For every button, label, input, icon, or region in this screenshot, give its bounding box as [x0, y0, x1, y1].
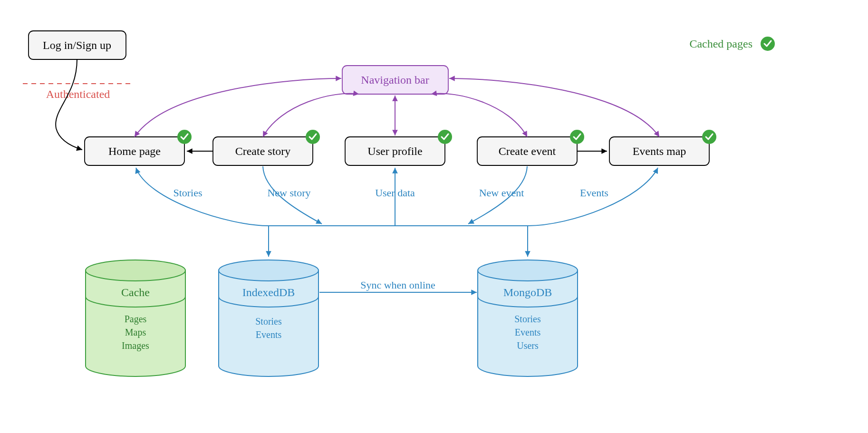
checkmark-icon	[570, 130, 584, 144]
store-indexeddb-item-1: Events	[256, 329, 282, 340]
node-events-map: Events map	[609, 130, 716, 165]
checkmark-icon	[702, 130, 716, 144]
svg-point-9	[478, 260, 578, 281]
checkmark-icon	[438, 130, 452, 144]
edge-sync-label: Sync when online	[360, 279, 435, 291]
store-indexeddb-title: IndexedDB	[242, 286, 295, 298]
edge-nav-home	[135, 78, 341, 137]
store-cache-item-1: Maps	[125, 327, 146, 338]
store-cache-item-0: Pages	[125, 314, 147, 325]
node-user-profile: User profile	[345, 130, 452, 165]
store-cache-title: Cache	[121, 286, 150, 298]
store-indexeddb-item-0: Stories	[255, 316, 282, 327]
edge-login-to-home	[56, 59, 82, 150]
store-mongodb-item-0: Stories	[514, 314, 541, 324]
node-home: Home page	[85, 130, 192, 165]
node-navbar-label: Navigation bar	[361, 74, 429, 86]
node-home-label: Home page	[108, 145, 161, 157]
architecture-diagram: Cached pages Log in/Sign up Authenticate…	[0, 0, 868, 433]
store-cache: Cache Pages Maps Images	[86, 260, 185, 376]
store-mongodb: MongoDB Stories Events Users	[478, 260, 578, 376]
edge-nav-eventsmap	[449, 78, 659, 137]
svg-point-8	[219, 260, 318, 281]
store-mongodb-title: MongoDB	[503, 286, 552, 298]
node-create-story-label: Create story	[235, 145, 291, 157]
edge-label-newstory: New story	[267, 187, 310, 199]
node-user-profile-label: User profile	[367, 145, 422, 157]
store-mongodb-item-2: Users	[517, 340, 539, 351]
node-navbar: Navigation bar	[342, 66, 448, 94]
edge-label-stories: Stories	[173, 187, 202, 199]
legend-label: Cached pages	[689, 38, 752, 50]
edge-label-events: Events	[580, 187, 608, 199]
node-login: Log in/Sign up	[29, 31, 126, 59]
checkmark-icon	[306, 130, 320, 144]
store-cache-item-2: Images	[122, 340, 149, 351]
checkmark-icon	[177, 130, 192, 144]
checkmark-icon	[761, 37, 775, 51]
node-events-map-label: Events map	[633, 145, 686, 157]
store-indexeddb: IndexedDB Stories Events	[219, 260, 318, 376]
node-create-event-label: Create event	[499, 145, 556, 157]
node-login-label: Log in/Sign up	[43, 39, 111, 51]
store-mongodb-item-1: Events	[515, 327, 541, 337]
node-create-event: Create event	[477, 130, 584, 165]
legend-cached-pages: Cached pages	[689, 37, 775, 51]
svg-point-7	[86, 260, 185, 281]
auth-label: Authenticated	[46, 88, 110, 100]
node-create-story: Create story	[213, 130, 320, 165]
